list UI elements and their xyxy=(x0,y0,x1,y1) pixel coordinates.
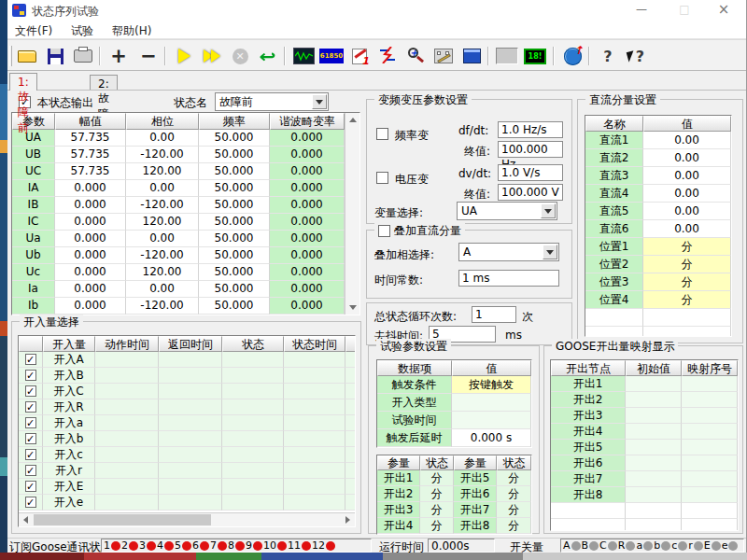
input-name-cell[interactable]: 开入b xyxy=(43,431,95,447)
amplitude-cell[interactable]: 0.000 xyxy=(55,214,126,231)
frequency-cell[interactable]: 50.000 xyxy=(199,180,270,197)
harmonic-cell[interactable]: 0.000 xyxy=(270,180,345,197)
col-data-item[interactable]: 数据项 xyxy=(377,360,452,376)
dc-name-cell[interactable] xyxy=(585,327,643,336)
col-out-param1[interactable]: 参量 xyxy=(377,455,420,470)
mapping-cell[interactable] xyxy=(345,479,355,495)
dc-value-cell[interactable]: 0.00 xyxy=(643,220,731,238)
out-state-cell[interactable]: 分 xyxy=(420,486,454,502)
col-value[interactable]: 值 xyxy=(643,116,731,132)
col-initial-value[interactable]: 初始值 xyxy=(626,360,682,376)
row-checkbox-cell[interactable]: ✓ xyxy=(19,447,43,463)
param-name-cell[interactable]: UB xyxy=(12,147,55,163)
param-name-cell[interactable]: UC xyxy=(12,163,55,180)
col-check[interactable] xyxy=(19,336,43,352)
time-constant-input[interactable]: 1 ms xyxy=(458,270,559,287)
dc-value-cell[interactable]: 分 xyxy=(643,256,731,273)
checkbox-checked-icon[interactable]: ✓ xyxy=(25,354,36,365)
phase-cell[interactable]: -120.00 xyxy=(126,298,199,315)
input-name-cell[interactable]: 开入E xyxy=(43,479,95,495)
save-button[interactable] xyxy=(43,44,67,68)
out-state-cell[interactable]: 分 xyxy=(497,502,531,518)
goose-node-cell[interactable] xyxy=(551,519,626,530)
dc-value-cell[interactable]: 0.00 xyxy=(643,185,731,203)
out-state-cell[interactable]: 分 xyxy=(497,470,531,486)
frequency-cell[interactable]: 50.000 xyxy=(199,231,270,247)
input-name-cell[interactable]: 开入e xyxy=(43,495,95,511)
goose-mapping-cell[interactable] xyxy=(682,471,738,487)
action-time-cell[interactable] xyxy=(95,447,159,463)
mapping-cell[interactable] xyxy=(345,352,355,368)
param-name-cell[interactable]: IB xyxy=(12,197,55,214)
col-return-time[interactable]: 返回时间 xyxy=(159,336,222,352)
amplitude-cell[interactable]: 0.000 xyxy=(55,281,126,298)
row-checkbox-cell[interactable]: ✓ xyxy=(19,368,43,384)
harmonic-cell[interactable]: 0.000 xyxy=(270,147,345,163)
goose-mapping-cell[interactable] xyxy=(682,455,738,471)
dc-name-cell[interactable]: 直流1 xyxy=(585,132,643,149)
col-action-time[interactable]: 动作时间 xyxy=(95,336,159,352)
row-checkbox-cell[interactable]: ✓ xyxy=(19,495,43,511)
goose-initial-cell[interactable] xyxy=(626,455,682,471)
harmonic-cell[interactable]: 0.000 xyxy=(270,315,345,315)
mapping-cell[interactable] xyxy=(345,415,355,431)
state-cell[interactable] xyxy=(222,352,284,368)
maximize-button[interactable]: □ xyxy=(669,0,699,21)
dropdown-arrow-icon[interactable] xyxy=(312,94,327,109)
action-time-cell[interactable] xyxy=(95,479,159,495)
col-mapping-index[interactable]: 映射序号 xyxy=(682,360,738,376)
dc-name-cell[interactable]: 直流6 xyxy=(585,220,643,238)
run-continuous-button[interactable] xyxy=(200,44,224,68)
out-state-cell[interactable]: 分 xyxy=(420,502,454,518)
action-time-cell[interactable] xyxy=(95,431,159,447)
amplitude-cell[interactable]: 57.735 xyxy=(55,130,126,147)
amplitude-cell[interactable]: 0.000 xyxy=(55,298,126,315)
checkbox-checked-icon[interactable]: ✓ xyxy=(25,370,36,381)
frequency-cell[interactable]: 50.000 xyxy=(199,247,270,264)
dropdown-arrow-icon[interactable] xyxy=(543,245,557,259)
calculator-button[interactable] xyxy=(459,44,484,68)
return-time-cell[interactable] xyxy=(159,463,222,479)
state-time-cell[interactable] xyxy=(284,463,345,479)
input-name-cell[interactable]: 开入r xyxy=(43,463,95,479)
mapping-cell[interactable] xyxy=(345,431,355,447)
checkbox-unchecked-icon[interactable] xyxy=(376,172,388,184)
mapping-cell[interactable] xyxy=(345,399,355,415)
dc-name-cell[interactable]: 直流5 xyxy=(585,203,643,220)
dvdt-input[interactable]: 1.0 V/s xyxy=(498,164,563,181)
col-frequency[interactable]: 频率 xyxy=(199,113,270,130)
goose-initial-cell[interactable] xyxy=(626,408,682,424)
row-checkbox-cell[interactable]: ✓ xyxy=(19,384,43,399)
state-time-cell[interactable] xyxy=(284,447,345,463)
out-state-cell[interactable]: 分 xyxy=(420,470,454,486)
menu-help[interactable]: 帮助(H) xyxy=(112,23,151,39)
dc-value-cell[interactable] xyxy=(643,309,731,327)
mapping-cell[interactable] xyxy=(345,463,355,479)
action-time-cell[interactable] xyxy=(95,495,159,511)
phase-cell[interactable]: 120.00 xyxy=(126,315,199,315)
dfdt-input[interactable]: 1.0 Hz/s xyxy=(498,121,563,138)
checkbox-checked-icon[interactable]: ✓ xyxy=(25,497,36,508)
data-value-cell[interactable] xyxy=(452,394,531,412)
row-checkbox-cell[interactable]: ✓ xyxy=(19,431,43,447)
goose-mapping-cell[interactable] xyxy=(682,424,738,440)
col-phase[interactable]: 相位 xyxy=(126,113,199,130)
state-time-cell[interactable] xyxy=(284,431,345,447)
param-name-cell[interactable]: Uc xyxy=(12,264,55,281)
harmonic-cell[interactable]: 0.000 xyxy=(270,264,345,281)
action-time-cell[interactable] xyxy=(95,352,159,368)
param-name-cell[interactable]: IC xyxy=(12,214,55,231)
col-out-param2[interactable]: 参量 xyxy=(454,455,497,470)
harmonic-cell[interactable]: 0.000 xyxy=(270,231,345,247)
dc-value-cell[interactable]: 分 xyxy=(643,273,731,291)
col-out-state2[interactable]: 状态 xyxy=(497,455,531,470)
dc-superpose-checkbox[interactable] xyxy=(378,225,390,237)
phase-cell[interactable]: -120.00 xyxy=(126,247,199,264)
harmonic-cell[interactable]: 0.000 xyxy=(270,197,345,214)
return-time-cell[interactable] xyxy=(159,431,222,447)
data-item-cell[interactable]: 开入类型 xyxy=(377,394,452,412)
goose-node-cell[interactable]: 开出5 xyxy=(551,440,626,455)
short-circuit-button[interactable] xyxy=(375,44,400,68)
checkbox-checked-icon[interactable]: ✓ xyxy=(25,449,36,460)
out-state-cell[interactable]: 分 xyxy=(497,486,531,502)
